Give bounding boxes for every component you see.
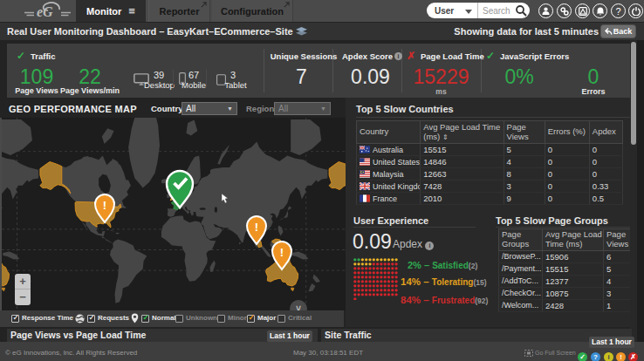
svg-text:!: !: [280, 246, 284, 259]
svg-text:!: !: [103, 199, 106, 212]
svg-text:!: !: [255, 221, 258, 234]
svg-text:eG: eG: [37, 4, 53, 19]
